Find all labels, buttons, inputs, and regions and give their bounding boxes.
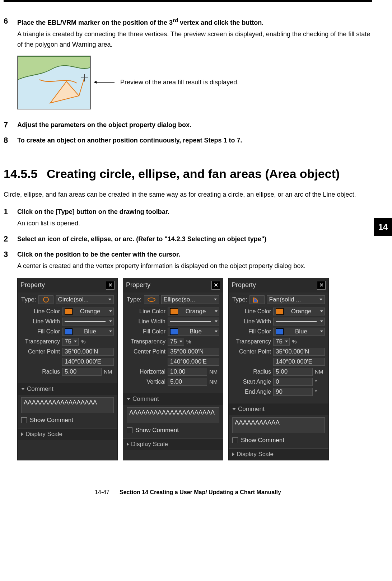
close-button[interactable]: ✕ — [211, 281, 220, 290]
preview-image — [17, 56, 91, 109]
property-panel: Property ✕ Type: Fan(solid ... Line Colo… — [228, 278, 329, 460]
panel-title: Property — [126, 281, 150, 289]
radius-input[interactable]: 5.00 — [62, 368, 102, 376]
line-color-select[interactable]: Orange — [168, 308, 219, 315]
type-icon-button[interactable] — [38, 295, 53, 304]
label-center-point: Center Point — [232, 348, 271, 355]
center-lon-input[interactable]: 140°00.000'E — [168, 358, 219, 366]
step: 1 Click on the [Type] button on the draw… — [4, 207, 372, 229]
transparency-input[interactable]: 75 — [168, 338, 184, 346]
panel-title: Property — [20, 281, 45, 289]
display-scale-header[interactable]: Display Scale — [229, 448, 328, 460]
center-lat-input[interactable]: 35°00.000'N — [62, 348, 114, 356]
show-comment-label: Show Comment — [30, 417, 73, 424]
line-color-select[interactable]: Orange — [273, 308, 325, 315]
step-7: 7 Adjust the parameters on the object pr… — [4, 120, 372, 130]
display-scale-header[interactable]: Display Scale — [18, 428, 117, 440]
unit-nm: NM — [315, 369, 325, 375]
chevron-down-icon — [320, 331, 323, 332]
preview-row: Preview of the area fill result is displ… — [17, 56, 372, 109]
label-type: Type: — [127, 296, 142, 303]
unit-percent: % — [81, 338, 91, 345]
color-swatch-icon — [276, 328, 284, 335]
line-width-select[interactable] — [62, 318, 114, 325]
fill-color-select[interactable]: Blue — [62, 328, 114, 336]
type-icon-button[interactable] — [144, 295, 159, 304]
step-number: 8 — [4, 136, 17, 145]
close-icon: ✕ — [319, 282, 324, 289]
fill-color-select[interactable]: Blue — [273, 328, 325, 336]
close-button[interactable]: ✕ — [317, 281, 326, 290]
panel-header: Property ✕ — [229, 278, 328, 292]
color-swatch-icon — [170, 328, 178, 335]
chevron-down-icon — [320, 310, 323, 312]
show-comment-label: Show Comment — [135, 427, 179, 434]
display-scale-header[interactable]: Display Scale — [123, 438, 223, 450]
center-lat-input[interactable]: 35°00.000'N — [273, 348, 325, 356]
center-lon-input[interactable]: 140°00.000'E — [273, 358, 325, 366]
close-icon: ✕ — [108, 282, 113, 289]
comment-header[interactable]: Comment — [18, 383, 117, 395]
step-title: Adjust the parameters on the object prop… — [17, 120, 372, 130]
unit-nm: NM — [209, 369, 219, 375]
type-select[interactable]: Fan(solid ... — [267, 295, 325, 304]
transparency-input[interactable]: 75 — [273, 338, 290, 346]
radius-input[interactable]: 5.00 — [273, 368, 313, 376]
checkbox-icon — [232, 437, 238, 443]
label-radius: Radius — [232, 369, 271, 375]
section-intro: Circle, ellipse, and fan areas can be cr… — [4, 189, 372, 200]
type-icon-button[interactable] — [249, 295, 265, 304]
transparency-input[interactable]: 75 — [62, 338, 79, 346]
step-6: 6 Place the EBL/VRM marker on the positi… — [4, 17, 372, 50]
show-comment-checkbox[interactable]: Show Comment — [232, 437, 325, 444]
start-angle-input[interactable]: 0 — [273, 378, 313, 386]
footer-section: Section 14 Creating a User Map/ Updating… — [120, 489, 281, 496]
panel-title: Property — [232, 281, 256, 289]
label-start-angle: Start Angle — [232, 379, 271, 385]
comment-textarea[interactable]: AAAAAAAAAAA — [232, 417, 325, 433]
center-lat-input[interactable]: 35°00.000'N — [168, 348, 219, 356]
comment-header[interactable]: Comment — [123, 393, 223, 405]
show-comment-checkbox[interactable]: Show Comment — [127, 427, 219, 434]
step-number: 1 — [4, 207, 17, 216]
label-type: Type: — [232, 296, 247, 303]
label-vertical: Vertical — [127, 379, 165, 385]
close-button[interactable]: ✕ — [106, 281, 115, 290]
label-transparency: Transparency — [21, 338, 60, 345]
center-lon-input[interactable]: 140°00.000'E — [62, 358, 114, 366]
chevron-down-icon — [215, 310, 218, 312]
comment-header[interactable]: Comment — [229, 403, 328, 415]
line-color-select[interactable]: Orange — [62, 308, 114, 315]
vertical-input[interactable]: 5.00 — [168, 378, 207, 386]
fill-color-select[interactable]: Blue — [168, 328, 219, 336]
step-title: To create an object on another position … — [17, 136, 372, 145]
line-width-select[interactable] — [273, 318, 325, 325]
type-select[interactable]: Ellipse(so... — [161, 295, 219, 304]
arrow-icon — [97, 82, 115, 83]
chevron-down-icon — [319, 299, 322, 300]
label-horizontal: Horizontal — [127, 369, 165, 375]
step-desc: A center is created and the vertex prope… — [17, 261, 372, 271]
step: 3 Click on the position to be the center… — [4, 250, 372, 271]
unit-deg: ° — [315, 379, 325, 385]
label-fill-color: Fill Color — [127, 328, 165, 335]
horizontal-input[interactable]: 10.00 — [168, 368, 207, 376]
color-swatch-icon — [276, 308, 284, 315]
chevron-down-icon — [179, 341, 182, 342]
label-center-point: Center Point — [21, 348, 60, 355]
end-angle-input[interactable]: 90 — [273, 388, 313, 396]
chevron-down-icon — [214, 299, 217, 300]
comment-textarea[interactable]: AAAAAAAAAAAAAAAAAA — [21, 397, 114, 413]
type-select[interactable]: Circle(sol... — [56, 295, 114, 304]
show-comment-checkbox[interactable]: Show Comment — [21, 417, 114, 424]
step-number: 3 — [4, 250, 17, 259]
step-title: Place the EBL/VRM marker on the position… — [17, 17, 372, 28]
label-transparency: Transparency — [127, 338, 165, 345]
comment-textarea[interactable]: AAAAAAAAAAAAAAAAAAAAA — [127, 407, 219, 423]
chevron-right-icon — [21, 432, 23, 436]
unit-nm: NM — [209, 379, 219, 385]
step: 2 Select an icon of circle, ellipse, or … — [4, 234, 372, 244]
type-name: Ellipse(so... — [164, 296, 195, 303]
chevron-down-icon — [215, 331, 218, 332]
line-width-select[interactable] — [168, 318, 219, 325]
